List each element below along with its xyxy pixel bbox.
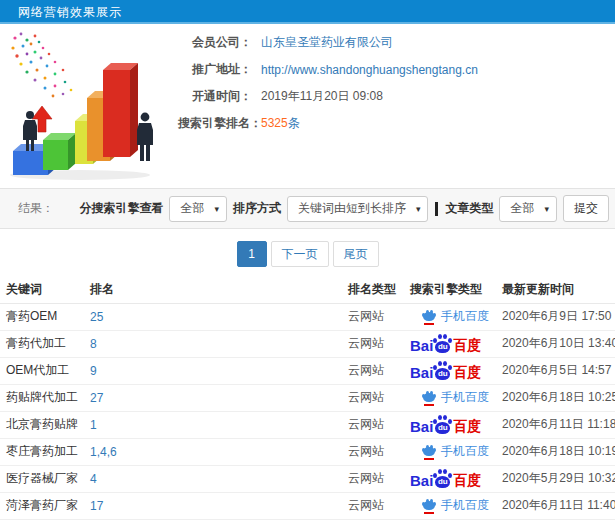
article-type-selected: 全部	[510, 200, 534, 217]
rank-link[interactable]: 8	[90, 337, 97, 351]
promo-url-link[interactable]: http://www.shandonghuangshengtang.cn	[261, 63, 478, 77]
updated-cell: 2020年6月9日 17:50	[496, 303, 615, 330]
table-row: 枣庄膏药加工 1,4,6 云网站 手机百度 Baidu百度 2020年6月18日…	[0, 438, 615, 465]
chevron-down-icon: ▾	[544, 204, 549, 214]
updated-cell: 2020年5月29日 10:32	[496, 465, 615, 492]
baidu-paw-icon	[422, 391, 436, 404]
pagination: 1下一页尾页	[0, 229, 615, 276]
rank-link[interactable]: 1	[90, 418, 97, 432]
page-title-bar: 网络营销效果展示	[0, 0, 615, 24]
rank-link[interactable]: 25	[90, 310, 103, 324]
keyword-cell: OEM代加工	[0, 357, 84, 384]
baidu-paw-icon	[422, 499, 436, 512]
engine-rank-row: 搜索引擎排名： 5325条	[178, 115, 478, 132]
mobile-baidu-badge: 手机百度	[410, 308, 489, 325]
rank-type-cell: 云网站	[342, 465, 404, 492]
keyword-cell: 北京膏药贴牌	[0, 411, 84, 438]
confetti-dots	[11, 33, 72, 98]
bar-red	[103, 63, 138, 157]
baidu-paw-icon	[422, 445, 436, 458]
updated-cell: 2020年6月18日 10:19	[496, 438, 615, 465]
baidu-paw-icon: du	[433, 415, 452, 434]
chevron-down-icon: ▾	[214, 204, 219, 214]
baidu-paw-icon: du	[433, 361, 452, 380]
engine-type-cell: 手机百度 Baidu百度	[404, 384, 496, 411]
rank-type-cell: 云网站	[342, 384, 404, 411]
baidu-logo: Baidu百度	[410, 334, 481, 353]
article-type-label: 文章类型	[445, 200, 493, 217]
sort-select[interactable]: 关键词由短到长排序 ▾	[287, 196, 429, 222]
baidu-paw-icon: du	[433, 334, 452, 353]
engine-type-cell: 手机百度 Baidu百度	[404, 438, 496, 465]
rank-link[interactable]: 1,4,6	[90, 445, 117, 459]
engine-view-select[interactable]: 全部 ▾	[169, 196, 227, 222]
rank-link[interactable]: 27	[90, 391, 103, 405]
opened-time-row: 开通时间： 2019年11月20日 09:08	[178, 88, 478, 105]
updated-cell: 2020年6月11日 11:40	[496, 492, 615, 519]
keyword-cell: 枣庄膏药加工	[0, 438, 84, 465]
filter-divider	[435, 202, 438, 216]
mobile-baidu-badge: 手机百度	[410, 443, 489, 460]
col-rank-type: 排名类型	[342, 276, 404, 303]
rank-type-cell: 云网站	[342, 411, 404, 438]
baidu-logo: Baidu百度	[410, 361, 481, 380]
rank-unit: 条	[288, 116, 300, 130]
chevron-down-icon: ▾	[416, 204, 421, 214]
engine-view-selected: 全部	[180, 200, 204, 217]
table-row: 北京膏药贴牌 1 云网站 手机百度 Baidu百度 2020年6月11日 11:…	[0, 411, 615, 438]
last-page-button[interactable]: 尾页	[333, 241, 379, 267]
engine-type-cell: 手机百度 Baidu百度	[404, 465, 496, 492]
col-rank: 排名	[84, 276, 342, 303]
company-link[interactable]: 山东皇圣堂药业有限公司	[261, 34, 393, 51]
table-row: OEM代加工 9 云网站 手机百度 Baidu百度 2020年6月5日 14:5…	[0, 357, 615, 384]
sort-label: 排序方式	[233, 200, 281, 217]
table-row: 菏泽膏药厂家 17 云网站 手机百度 Baidu百度 2020年6月11日 11…	[0, 492, 615, 519]
rank-count: 5325	[261, 116, 288, 130]
mobile-baidu-badge: 手机百度	[410, 389, 489, 406]
engine-type-cell: 手机百度 Baidu百度	[404, 330, 496, 357]
updated-cell: 2020年6月10日 13:40	[496, 330, 615, 357]
rank-link[interactable]: 4	[90, 472, 97, 486]
table-row: 膏药OEM 25 云网站 手机百度 Baidu百度 2020年6月9日 17:5…	[0, 303, 615, 330]
rank-type-cell: 云网站	[342, 303, 404, 330]
rank-link[interactable]: 9	[90, 364, 97, 378]
company-row: 会员公司： 山东皇圣堂药业有限公司	[178, 34, 478, 51]
next-page-button[interactable]: 下一页	[271, 241, 329, 267]
table-row: 药贴牌代加工 27 云网站 手机百度 Baidu百度 2020年6月18日 10…	[0, 384, 615, 411]
updated-cell: 2020年6月18日 10:25	[496, 384, 615, 411]
engine-type-cell: 手机百度 Baidu百度	[404, 303, 496, 330]
engine-type-cell: 手机百度 Baidu百度	[404, 492, 496, 519]
rank-type-cell: 云网站	[342, 357, 404, 384]
col-engine-type: 搜索引擎类型	[404, 276, 496, 303]
article-type-select[interactable]: 全部 ▾	[499, 196, 557, 222]
page-title: 网络营销效果展示	[18, 5, 122, 19]
promo-url-row: 推广地址： http://www.shandonghuangshengtang.…	[178, 61, 478, 78]
rank-type-cell: 云网站	[342, 330, 404, 357]
col-updated: 最新更新时间	[496, 276, 615, 303]
submit-button[interactable]: 提交	[563, 195, 609, 222]
engine-type-cell: 手机百度 Baidu百度	[404, 357, 496, 384]
keyword-rank-table: 关键词 排名 排名类型 搜索引擎类型 最新更新时间 膏药OEM 25 云网站 手…	[0, 276, 615, 520]
opened-time-value: 2019年11月20日 09:08	[261, 88, 383, 105]
table-row: 医疗器械厂家 4 云网站 手机百度 Baidu百度 2020年5月29日 10:…	[0, 465, 615, 492]
engine-view-label: 分搜索引擎查看	[79, 200, 163, 217]
sort-selected: 关键词由短到长排序	[298, 200, 406, 217]
engine-type-cell: 手机百度 Baidu百度	[404, 411, 496, 438]
keyword-cell: 医疗器械厂家	[0, 465, 84, 492]
engine-rank-value: 5325条	[261, 115, 300, 132]
page-button-current[interactable]: 1	[237, 241, 267, 267]
keyword-cell: 膏药OEM	[0, 303, 84, 330]
table-header-row: 关键词 排名 排名类型 搜索引擎类型 最新更新时间	[0, 276, 615, 303]
updated-cell: 2020年6月5日 14:57	[496, 357, 615, 384]
mobile-baidu-badge: 手机百度	[410, 497, 489, 514]
results-filter-bar: 结果： 分搜索引擎查看 全部 ▾ 排序方式 关键词由短到长排序 ▾ 文章类型 全…	[0, 188, 615, 229]
company-label: 会员公司：	[178, 34, 252, 51]
growth-bar-chart-illustration	[5, 28, 185, 183]
bar-green	[43, 133, 76, 170]
rank-type-cell: 云网站	[342, 492, 404, 519]
baidu-logo: Baidu百度	[410, 469, 481, 488]
updated-cell: 2020年6月11日 11:18	[496, 411, 615, 438]
member-info: 会员公司： 山东皇圣堂药业有限公司 推广地址： http://www.shand…	[178, 34, 478, 142]
rank-link[interactable]: 17	[90, 499, 103, 513]
keyword-cell: 菏泽膏药厂家	[0, 492, 84, 519]
